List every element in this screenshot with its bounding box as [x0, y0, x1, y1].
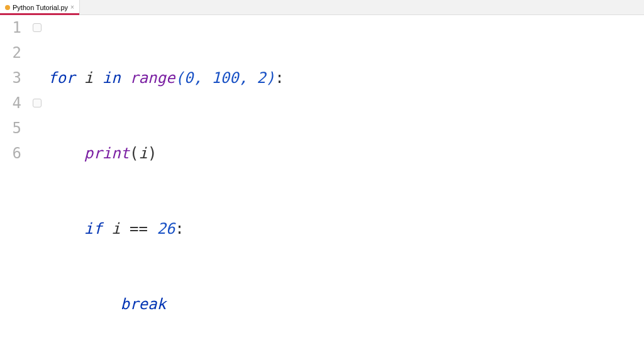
- line-number: 5: [0, 116, 21, 141]
- code-editor[interactable]: 1 2 3 4 5 6 for i in range(0, 100, 2): p…: [0, 15, 644, 350]
- fold-handle-icon[interactable]: [33, 23, 42, 32]
- code-line[interactable]: break: [47, 292, 644, 317]
- code-area[interactable]: for i in range(0, 100, 2): print(i) if i…: [47, 15, 644, 350]
- code-line[interactable]: print(i): [47, 141, 644, 166]
- code-line[interactable]: for i in range(0, 100, 2):: [47, 65, 644, 90]
- editor-tab-label: Python Tutorial.py: [13, 4, 68, 11]
- line-number: 4: [0, 90, 21, 116]
- line-number: 6: [0, 141, 21, 166]
- line-number: 3: [0, 65, 21, 90]
- line-number-gutter: 1 2 3 4 5 6: [0, 15, 30, 350]
- line-number: 2: [0, 40, 21, 65]
- line-number: 1: [0, 15, 21, 40]
- editor-tab-bar: Python Tutorial.py ×: [0, 0, 644, 15]
- close-icon[interactable]: ×: [70, 4, 74, 11]
- fold-handle-icon[interactable]: [33, 99, 42, 107]
- editor-tab[interactable]: Python Tutorial.py ×: [0, 0, 80, 14]
- python-file-icon: [5, 5, 10, 10]
- fold-column: [30, 15, 47, 350]
- code-line[interactable]: if i == 26:: [47, 216, 644, 241]
